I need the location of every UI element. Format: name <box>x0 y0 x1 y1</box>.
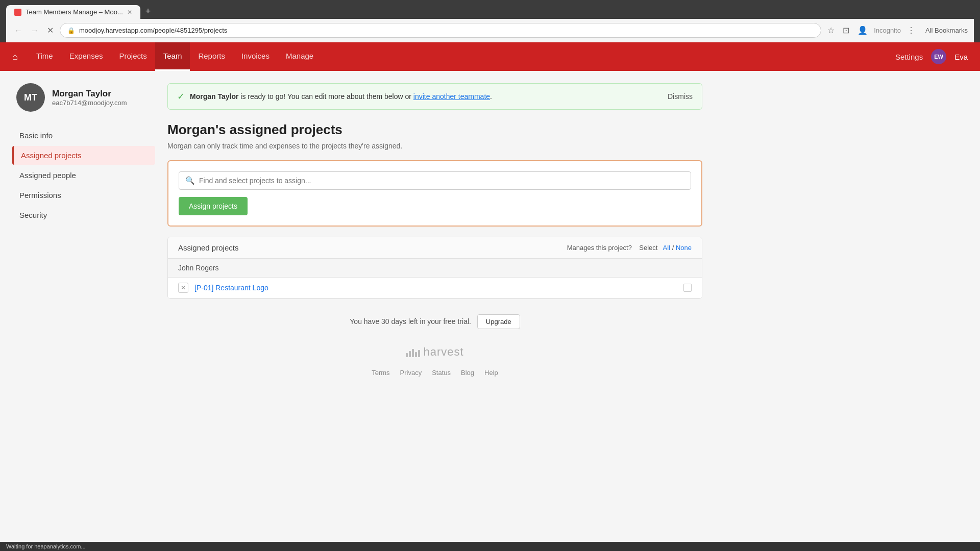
nav-link-reports[interactable]: Reports <box>190 42 233 71</box>
nav-link-manage[interactable]: Manage <box>278 42 322 71</box>
table-header-right: Manages this project? Select All / None <box>567 244 692 252</box>
search-icon: 🔍 <box>185 176 195 185</box>
nav-right: Settings EW Eva <box>895 49 968 64</box>
harvest-bars-icon <box>406 347 420 357</box>
success-icon: ✓ <box>177 91 185 102</box>
sidebar-item-permissions[interactable]: Permissions <box>12 186 155 205</box>
user-email: eac7b714@moodjoy.com <box>52 99 127 107</box>
manages-checkbox[interactable] <box>683 284 692 292</box>
address-bar[interactable]: 🔒 moodjoy.harvestapp.com/people/4851295/… <box>60 23 821 38</box>
nav-link-time[interactable]: Time <box>28 42 61 71</box>
tab-title: Team Members Manage – Moo... <box>26 8 123 16</box>
footer-trial: You have 30 days left in your free trial… <box>167 299 702 337</box>
table-header: Assigned projects Manages this project? … <box>168 237 702 259</box>
footer-status-link[interactable]: Status <box>432 369 451 377</box>
banner-message: is ready to go! You can edit more about … <box>238 92 413 101</box>
user-avatar-large: MT <box>16 83 45 112</box>
reader-mode-button[interactable]: ⊡ <box>841 23 851 37</box>
user-avatar[interactable]: EW <box>931 49 946 64</box>
new-tab-button[interactable]: + <box>141 4 155 19</box>
forward-button[interactable]: → <box>29 24 41 37</box>
search-input-wrapper: 🔍 <box>179 171 691 190</box>
footer-blog-link[interactable]: Blog <box>461 369 474 377</box>
menu-button[interactable]: ⋮ <box>905 23 917 37</box>
banner-person-name: Morgan Taylor <box>190 92 238 101</box>
reload-button[interactable]: ✕ <box>45 23 56 37</box>
status-text: Waiting for heapanalytics.com... <box>6 543 86 549</box>
bar-4 <box>415 352 417 357</box>
tab-close-button[interactable]: ✕ <box>127 9 132 16</box>
nav-links: Time Expenses Projects Team Reports Invo… <box>28 42 895 71</box>
upgrade-button[interactable]: Upgrade <box>477 314 520 329</box>
select-none-link[interactable]: None <box>676 244 692 252</box>
assign-projects-button[interactable]: Assign projects <box>179 197 248 215</box>
user-name-nav[interactable]: Eva <box>954 53 968 61</box>
profile-button[interactable]: 👤 <box>855 23 870 37</box>
sidebar: MT Morgan Taylor eac7b714@moodjoy.com Ba… <box>12 83 155 389</box>
select-label: Select <box>639 244 657 252</box>
bar-3 <box>412 349 414 357</box>
tab-favicon <box>14 9 21 16</box>
table-header-title: Assigned projects <box>178 243 238 252</box>
settings-link[interactable]: Settings <box>895 53 923 61</box>
success-banner: ✓ Morgan Taylor is ready to go! You can … <box>167 83 702 110</box>
url-text: moodjoy.harvestapp.com/people/4851295/pr… <box>79 27 227 34</box>
footer: harvest Terms Privacy Status Blog Help <box>167 337 702 389</box>
status-bar: Waiting for heapanalytics.com... <box>0 542 980 551</box>
banner-period: . <box>490 92 492 101</box>
bookmarks-label: All Bookmarks <box>925 27 968 34</box>
footer-links: Terms Privacy Status Blog Help <box>372 369 498 377</box>
success-text: Morgan Taylor is ready to go! You can ed… <box>190 92 663 101</box>
footer-terms-link[interactable]: Terms <box>372 369 389 377</box>
back-button[interactable]: ← <box>12 24 24 37</box>
page-title: Morgan's assigned projects <box>167 122 702 138</box>
footer-help-link[interactable]: Help <box>484 369 498 377</box>
incognito-label: Incognito <box>874 27 901 34</box>
sidebar-item-security[interactable]: Security <box>12 206 155 224</box>
bookmark-button[interactable]: ☆ <box>825 23 837 37</box>
sidebar-item-assigned-people[interactable]: Assigned people <box>12 166 155 185</box>
table-row: ✕ [P-01] Restaurant Logo <box>168 278 702 298</box>
bar-2 <box>409 351 411 357</box>
dismiss-button[interactable]: Dismiss <box>668 92 693 101</box>
remove-project-button[interactable]: ✕ <box>178 283 188 293</box>
footer-logo: harvest <box>406 345 463 359</box>
trial-text: You have 30 days left in your free trial… <box>350 317 471 325</box>
select-all-link[interactable]: All <box>663 244 670 252</box>
bar-1 <box>406 353 408 357</box>
nav-link-team[interactable]: Team <box>155 42 190 71</box>
user-display-name: Morgan Taylor <box>52 89 127 99</box>
footer-privacy-link[interactable]: Privacy <box>400 369 422 377</box>
nav-link-projects[interactable]: Projects <box>111 42 155 71</box>
project-link[interactable]: [P-01] Restaurant Logo <box>194 284 677 292</box>
main-content: ✓ Morgan Taylor is ready to go! You can … <box>167 83 702 389</box>
select-separator: / <box>672 244 674 252</box>
table-group-header: John Rogers <box>168 259 702 278</box>
manages-label: Manages this project? <box>567 244 632 252</box>
sidebar-nav: Basic info Assigned projects Assigned pe… <box>12 126 155 224</box>
lock-icon: 🔒 <box>67 27 75 34</box>
user-profile: MT Morgan Taylor eac7b714@moodjoy.com <box>12 83 155 112</box>
footer-logo-text: harvest <box>423 345 463 359</box>
nav-link-expenses[interactable]: Expenses <box>61 42 111 71</box>
search-input[interactable] <box>199 177 684 185</box>
group-name: John Rogers <box>178 264 218 272</box>
nav-link-invoices[interactable]: Invoices <box>233 42 278 71</box>
projects-table: Assigned projects Manages this project? … <box>167 237 702 299</box>
bar-5 <box>418 350 420 357</box>
search-box: 🔍 Assign projects <box>167 160 702 227</box>
sidebar-item-basic-info[interactable]: Basic info <box>12 126 155 145</box>
invite-teammate-link[interactable]: invite another teammate <box>413 92 490 101</box>
home-icon[interactable]: ⌂ <box>12 52 18 62</box>
user-info: Morgan Taylor eac7b714@moodjoy.com <box>52 89 127 107</box>
sidebar-item-assigned-projects[interactable]: Assigned projects <box>12 146 155 165</box>
page-subtitle: Morgan can only track time and expenses … <box>167 142 702 150</box>
top-navigation: ⌂ Time Expenses Projects Team Reports In… <box>0 42 980 71</box>
active-tab[interactable]: Team Members Manage – Moo... ✕ <box>6 5 140 19</box>
